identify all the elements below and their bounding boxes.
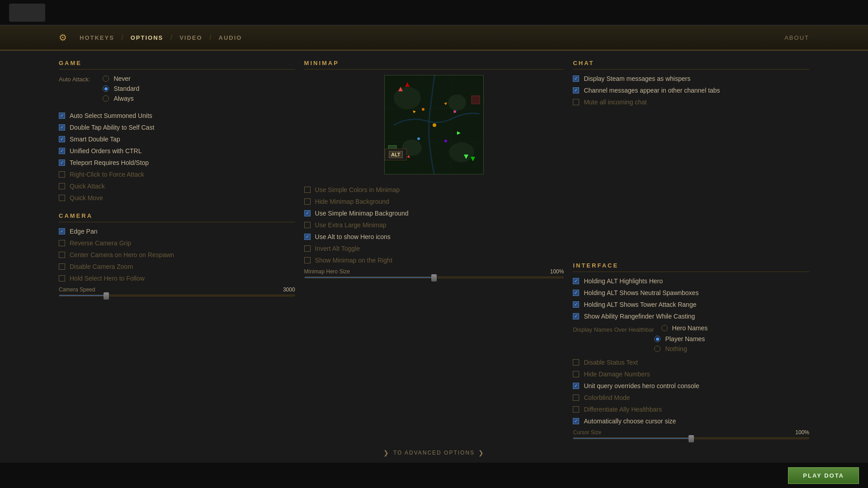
cb-colorblind-mode[interactable] — [573, 394, 579, 401]
cb-reverse-grip[interactable] — [59, 240, 65, 246]
cb-smart-double-tap[interactable] — [59, 136, 65, 142]
cb-center-camera[interactable] — [59, 252, 65, 258]
checkbox-disable-status-text[interactable]: Disable Status Text — [573, 359, 809, 366]
minimap-title: MINIMAP — [304, 60, 564, 70]
checkbox-quick-move[interactable]: Quick Move — [59, 194, 295, 202]
checkbox-hold-select-hero[interactable]: Hold Select Hero to Follow — [59, 275, 295, 282]
cb-right-click-force-label: Right-Click to Force Attack — [70, 171, 144, 178]
checkbox-right-click-force[interactable]: Right-Click to Force Attack — [59, 171, 295, 178]
cb-disable-status-text-label: Disable Status Text — [584, 359, 638, 366]
cb-alt-hero-icons[interactable] — [304, 234, 311, 240]
cb-auto-cursor-size[interactable] — [573, 418, 579, 424]
radio-hero-names-btn[interactable] — [661, 325, 668, 331]
cb-unified-orders[interactable] — [59, 148, 65, 154]
radio-nothing[interactable]: Nothing — [654, 345, 809, 352]
radio-standard-btn[interactable] — [103, 85, 109, 92]
cb-auto-select[interactable] — [59, 113, 65, 119]
cb-teleport-hold[interactable] — [59, 160, 65, 166]
checkbox-alt-hero-icons[interactable]: Use Alt to show Hero icons — [304, 233, 564, 240]
radio-always[interactable]: Always — [103, 95, 139, 102]
nav-about[interactable]: ABOUT — [784, 34, 809, 41]
checkbox-auto-cursor-size[interactable]: Automatically choose cursor size — [573, 418, 809, 425]
checkbox-edge-pan[interactable]: Edge Pan — [59, 228, 295, 235]
cb-differentiate-ally[interactable] — [573, 406, 579, 413]
cb-steam-whispers[interactable] — [573, 75, 579, 82]
camera-speed-thumb[interactable] — [104, 292, 109, 300]
checkbox-channel-messages[interactable]: Channel messages appear in other channel… — [573, 87, 809, 94]
checkbox-extra-large[interactable]: Use Extra Large Minimap — [304, 221, 564, 229]
cb-extra-large[interactable] — [304, 222, 311, 228]
checkbox-unit-query-override[interactable]: Unit query overrides hero control consol… — [573, 382, 809, 389]
checkbox-reverse-grip[interactable]: Reverse Camera Grip — [59, 239, 295, 247]
checkbox-hide-bg[interactable]: Hide Minimap Background — [304, 198, 564, 205]
cb-quick-attack[interactable] — [59, 183, 65, 189]
checkbox-center-camera[interactable]: Center Camera on Hero on Respawn — [59, 251, 295, 258]
cb-channel-messages[interactable] — [573, 87, 579, 94]
checkbox-invert-alt[interactable]: Invert Alt Toggle — [304, 245, 564, 252]
cb-unit-query-override[interactable] — [573, 383, 579, 389]
checkbox-ability-rangefinder[interactable]: Show Ability Rangefinder While Casting — [573, 313, 809, 320]
chat-title: CHAT — [573, 60, 809, 70]
cb-quick-move[interactable] — [59, 195, 65, 201]
cb-simple-colors[interactable] — [304, 187, 311, 193]
checkbox-mute-incoming[interactable]: Mute all incoming chat — [573, 99, 809, 106]
checkbox-steam-whispers[interactable]: Display Steam messages as whispers — [573, 75, 809, 82]
checkbox-colorblind-mode[interactable]: Colorblind Mode — [573, 394, 809, 401]
cb-edge-pan[interactable] — [59, 228, 65, 235]
cb-auto-cursor-size-label: Automatically choose cursor size — [584, 418, 676, 425]
cb-alt-highlights-hero[interactable] — [573, 278, 579, 284]
cb-right-click-force[interactable] — [59, 171, 65, 178]
settings-icon[interactable]: ⚙ — [59, 32, 67, 43]
nav-hotkeys[interactable]: HOTKEYS — [74, 33, 120, 43]
checkbox-quick-attack[interactable]: Quick Attack — [59, 183, 295, 190]
cb-double-tap[interactable] — [59, 124, 65, 131]
hero-size-thumb[interactable] — [431, 274, 437, 282]
radio-hero-names[interactable]: Hero Names — [661, 324, 708, 332]
nav-bar: ⚙ HOTKEYS / OPTIONS / VIDEO / AUDIO ABOU… — [0, 25, 868, 51]
nav-options[interactable]: OPTIONS — [125, 33, 169, 43]
cb-alt-neutral-spawnboxes[interactable] — [573, 290, 579, 296]
checkbox-teleport-hold[interactable]: Teleport Requires Hold/Stop — [59, 159, 295, 166]
cb-mute-incoming[interactable] — [573, 99, 579, 105]
checkbox-differentiate-ally[interactable]: Differentiate Ally Healthbars — [573, 406, 809, 413]
cb-disable-status-text[interactable] — [573, 359, 579, 366]
top-bar — [0, 0, 868, 25]
cb-simple-minimap-bg[interactable] — [304, 210, 311, 216]
checkbox-alt-neutral-spawnboxes[interactable]: Holding ALT Shows Neutral Spawnboxes — [573, 289, 809, 296]
cb-hide-bg[interactable] — [304, 198, 311, 205]
checkbox-smart-double-tap[interactable]: Smart Double Tap — [59, 136, 295, 143]
radio-player-names-btn[interactable] — [654, 336, 660, 342]
checkbox-unified-orders[interactable]: Unified Orders with CTRL — [59, 147, 295, 155]
radio-always-btn[interactable] — [103, 95, 109, 102]
cursor-size-thumb[interactable] — [689, 435, 694, 442]
checkbox-auto-select[interactable]: Auto Select Summoned Units — [59, 112, 295, 119]
checkbox-simple-minimap-bg[interactable]: Use Simple Minimap Background — [304, 210, 564, 217]
play-dota-button[interactable]: PLAY DOTA — [788, 467, 859, 484]
radio-never[interactable]: Never — [103, 75, 139, 82]
cb-invert-alt[interactable] — [304, 245, 311, 252]
camera-title: CAMERA — [59, 212, 295, 222]
cb-hide-damage-numbers[interactable] — [573, 371, 579, 377]
svg-point-2 — [449, 142, 474, 162]
checkbox-double-tap[interactable]: Double Tap Ability to Self Cast — [59, 124, 295, 131]
cb-hold-select-hero[interactable] — [59, 275, 65, 282]
checkbox-alt-tower-range[interactable]: Holding ALT Shows Tower Attack Range — [573, 301, 809, 308]
cb-alt-tower-range[interactable] — [573, 301, 579, 308]
nav-audio[interactable]: AUDIO — [213, 33, 248, 43]
cb-minimap-right[interactable] — [304, 257, 311, 263]
cb-ability-rangefinder[interactable] — [573, 313, 579, 319]
radio-player-names[interactable]: Player Names — [654, 335, 809, 343]
advanced-options-button[interactable]: ❯ TO ADVANCED OPTIONS ❯ — [383, 449, 485, 456]
right-column: CHAT Display Steam messages as whispers … — [573, 60, 809, 454]
radio-never-btn[interactable] — [103, 75, 109, 82]
nav-video[interactable]: VIDEO — [174, 33, 208, 43]
checkbox-alt-highlights-hero[interactable]: Holding ALT Highlights Hero — [573, 277, 809, 285]
radio-nothing-btn[interactable] — [654, 346, 660, 352]
checkbox-disable-camera-zoom[interactable]: Disable Camera Zoom — [59, 263, 295, 270]
cb-disable-camera-zoom[interactable] — [59, 263, 65, 270]
checkbox-minimap-right[interactable]: Show Minimap on the Right — [304, 257, 564, 264]
radio-standard[interactable]: Standard — [103, 85, 139, 92]
checkbox-simple-colors[interactable]: Use Simple Colors in Minimap — [304, 186, 564, 193]
checkbox-hide-damage-numbers[interactable]: Hide Damage Numbers — [573, 371, 809, 378]
svg-point-17 — [417, 137, 420, 140]
